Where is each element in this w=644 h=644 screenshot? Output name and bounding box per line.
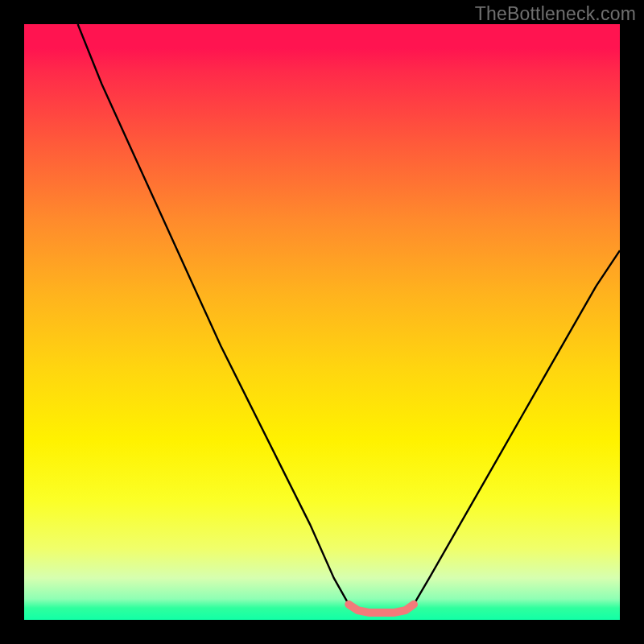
watermark-text: TheBottleneck.com	[475, 3, 636, 25]
plot-area	[24, 24, 620, 620]
chart-frame: TheBottleneck.com	[0, 0, 644, 644]
gradient-background	[24, 24, 620, 620]
